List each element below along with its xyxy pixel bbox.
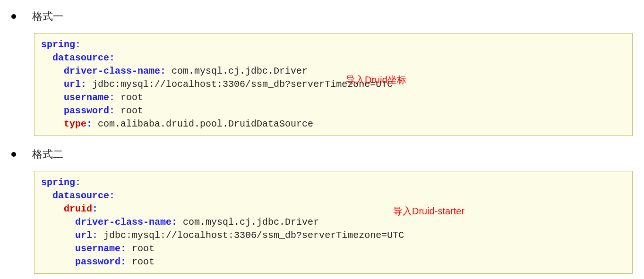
code-value: root [126, 256, 155, 267]
code-colon: : [92, 203, 98, 214]
code-indent [41, 66, 64, 76]
code-colon: : [75, 39, 81, 50]
code-colon: : [120, 256, 126, 267]
section-format-1: 格式一 spring: datasource: driver-class-nam… [11, 9, 633, 136]
code-value: com.alibaba.druid.pool.DruidDataSource [92, 118, 313, 129]
code-block-2: spring: datasource: druid: driver-class-… [34, 171, 633, 274]
code-value: root [115, 92, 143, 103]
code-key: spring [41, 177, 75, 188]
code-key: datasource [52, 52, 109, 63]
code-indent [41, 92, 64, 103]
code-indent [41, 243, 75, 254]
code-key-highlight: type [64, 118, 86, 129]
code-key: password [75, 256, 120, 267]
code-value: jdbc:mysql://localhost:3306/ssm_db?serve… [98, 230, 404, 241]
code-key: datasource [52, 190, 109, 201]
code-block-1: spring: datasource: driver-class-name: c… [34, 33, 633, 136]
code-value: root [115, 105, 143, 116]
code-key: url [64, 79, 81, 90]
code-key: username [75, 243, 120, 254]
code-indent [41, 230, 75, 241]
code-wrapper-2: spring: datasource: druid: driver-class-… [34, 171, 633, 274]
bullet-icon [11, 152, 16, 157]
code-indent [41, 79, 64, 90]
code-colon: : [109, 105, 115, 116]
code-colon: : [81, 79, 86, 90]
code-indent [41, 256, 75, 267]
code-colon: : [109, 92, 115, 103]
code-key: driver-class-name [75, 217, 172, 228]
code-indent [41, 105, 64, 116]
code-wrapper-1: spring: datasource: driver-class-name: c… [34, 33, 633, 136]
heading-row-2: 格式二 [11, 147, 633, 161]
code-key: password [64, 105, 109, 116]
code-indent [41, 217, 75, 228]
code-indent [41, 190, 52, 201]
code-colon: : [86, 118, 92, 129]
annotation-1: 导入Druid坐标 [346, 74, 406, 86]
code-colon: : [109, 190, 115, 201]
code-indent [41, 118, 64, 129]
code-indent [41, 203, 64, 214]
code-value: root [126, 243, 155, 254]
code-value: com.mysql.cj.jdbc.Driver [166, 66, 308, 76]
code-key: driver-class-name [64, 66, 160, 76]
code-colon: : [160, 66, 166, 76]
code-colon: : [75, 177, 81, 188]
code-key: username [64, 92, 109, 103]
bullet-icon [11, 14, 16, 19]
code-key: url [75, 230, 92, 241]
heading-row-1: 格式一 [11, 9, 633, 24]
code-colon: : [92, 230, 98, 241]
heading-1: 格式一 [32, 9, 63, 24]
code-key-highlight: druid [64, 203, 92, 214]
code-value: com.mysql.cj.jdbc.Driver [177, 217, 319, 228]
code-colon: : [109, 52, 115, 63]
heading-2: 格式二 [32, 147, 63, 161]
section-format-2: 格式二 spring: datasource: druid: driver-cl… [11, 147, 633, 274]
code-indent [41, 52, 52, 63]
code-colon: : [172, 217, 177, 228]
annotation-2: 导入Druid-starter [393, 205, 464, 218]
code-key: spring [41, 39, 75, 50]
code-colon: : [120, 243, 126, 254]
